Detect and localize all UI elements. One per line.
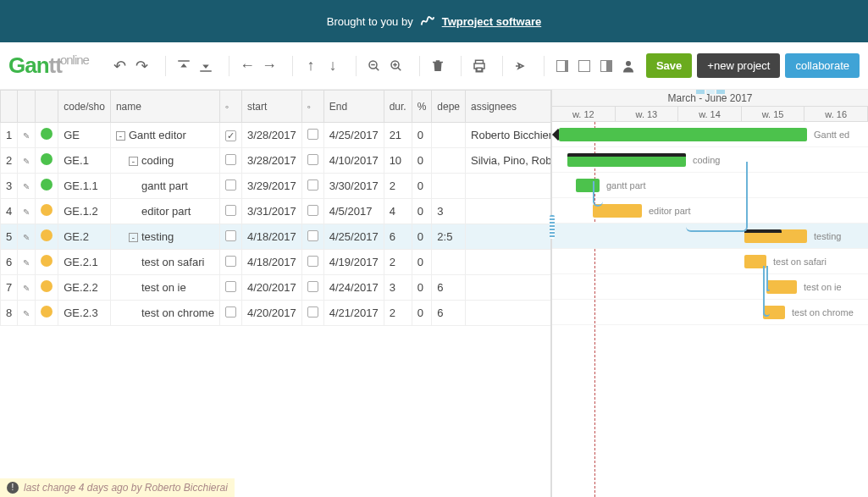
edit-icon[interactable]: ✎ [18,199,36,224]
task-code[interactable]: GE.1.2 [58,199,111,224]
task-row[interactable]: 1✎GE-Gantt editor✓3/28/20174/25/2017210R… [1,123,553,148]
col-end-ms[interactable]: ◦ [301,91,323,123]
progress-pct[interactable]: 0 [412,199,432,224]
duration[interactable]: 21 [384,123,412,148]
task-row[interactable]: 7✎GE.2.2test on ie4/20/20174/24/2017306 [1,275,553,301]
twproject-link[interactable]: Twproject software [442,15,542,28]
duration[interactable]: 2 [384,250,412,275]
gantt-row[interactable]: coding [552,147,868,173]
gantt-row[interactable]: test on chrome [552,300,868,325]
start-date[interactable]: 3/28/2017 [241,123,301,148]
milestone-checkbox[interactable] [307,179,318,191]
progress-pct[interactable]: 0 [412,148,432,174]
start-date[interactable]: 4/18/2017 [241,224,301,250]
task-row[interactable]: 3✎GE.1.1gantt part3/29/20173/30/201720 [1,174,553,199]
edit-icon[interactable]: ✎ [18,250,36,275]
milestone-checkbox[interactable]: ✓ [225,130,236,141]
gantt-row[interactable]: test on safari [552,249,868,274]
edit-icon[interactable]: ✎ [18,148,36,174]
dependencies[interactable]: 2:5 [432,224,466,250]
milestone-checkbox[interactable] [225,256,236,267]
print-icon[interactable] [470,56,489,76]
start-date[interactable]: 3/29/2017 [241,174,301,199]
progress-pct[interactable]: 0 [412,174,432,199]
milestone-checkbox[interactable] [225,179,236,191]
undo-icon[interactable]: ↶ [111,56,130,76]
gantt-body[interactable]: Gantt edcodinggantt parteditor parttesti… [552,122,868,497]
zoom-out-icon[interactable] [365,56,384,76]
move-up-icon[interactable]: ↑ [301,56,320,76]
duration[interactable]: 2 [384,174,412,199]
duration[interactable]: 6 [384,224,412,250]
zoom-in-icon[interactable] [387,56,406,76]
milestone-checkbox[interactable] [307,281,318,292]
task-row[interactable]: 5✎GE.2-testing4/18/20174/25/2017602:5 [1,224,553,250]
start-date[interactable]: 4/20/2017 [241,275,301,301]
duration[interactable]: 3 [384,275,412,301]
gantt-row[interactable]: editor part [552,198,868,224]
progress-pct[interactable]: 0 [412,224,432,250]
gantt-bar[interactable]: testing [744,229,807,243]
layout-left-icon[interactable] [575,56,594,76]
expand-toggle[interactable]: - [129,233,138,242]
save-button[interactable]: Save [646,53,692,78]
end-date[interactable]: 4/10/2017 [323,148,384,174]
indent-icon[interactable]: → [260,56,279,76]
start-date[interactable]: 3/31/2017 [241,199,301,224]
status-dot[interactable] [36,275,58,301]
gantt-bar[interactable]: editor part [593,204,642,218]
gantt-row[interactable]: testing [552,224,868,249]
layout-right-icon[interactable] [597,56,616,76]
gantt-bar[interactable]: test on ie [766,280,797,294]
milestone-checkbox[interactable] [225,154,236,165]
start-date[interactable]: 3/28/2017 [241,148,301,174]
assignees[interactable] [466,275,552,301]
dependencies[interactable] [432,174,466,199]
milestone-checkbox[interactable] [307,129,318,140]
task-name[interactable]: -coding [110,148,219,174]
assignees[interactable]: Roberto Bicchierai [466,123,552,148]
insert-above-icon[interactable] [174,56,193,76]
task-code[interactable]: GE.2 [58,224,111,250]
dependencies[interactable] [432,250,466,275]
milestone-checkbox[interactable] [225,205,236,216]
col-start-ms[interactable]: ◦ [219,91,241,123]
task-name[interactable]: -Gantt editor [110,123,219,148]
edit-icon[interactable]: ✎ [18,174,36,199]
col-pct[interactable]: % [412,91,432,123]
status-dot[interactable] [36,224,58,250]
duration[interactable]: 2 [384,301,412,326]
dependencies[interactable] [432,148,466,174]
dependencies[interactable]: 6 [432,301,466,326]
end-date[interactable]: 4/21/2017 [323,301,384,326]
panel-collapse-handle[interactable] [696,90,725,94]
dependencies[interactable] [432,123,466,148]
task-code[interactable]: GE.2.3 [58,301,111,326]
move-down-icon[interactable]: ↓ [323,56,342,76]
status-dot[interactable] [36,199,58,224]
progress-pct[interactable]: 0 [412,123,432,148]
col-start[interactable]: start [241,91,301,123]
progress-pct[interactable]: 0 [412,275,432,301]
gantt-bar[interactable]: gantt part [576,179,600,192]
gantt-bar[interactable]: coding [567,153,686,167]
resources-icon[interactable] [619,56,638,76]
end-date[interactable]: 4/19/2017 [323,250,384,275]
status-dot[interactable] [36,301,58,326]
task-code[interactable]: GE.1 [58,148,111,174]
new-project-button[interactable]: +new project [697,53,780,78]
assignees[interactable] [466,224,552,250]
col-name[interactable]: name [110,91,219,123]
splitter-handle[interactable] [550,215,555,239]
task-code[interactable]: GE.2.1 [58,250,111,275]
milestone-checkbox[interactable] [225,281,236,292]
milestone-checkbox[interactable] [307,154,318,165]
milestone-checkbox[interactable] [307,205,318,216]
col-dur[interactable]: dur. [384,91,412,123]
redo-icon[interactable]: ↷ [133,56,152,76]
end-date[interactable]: 4/25/2017 [323,224,384,250]
progress-pct[interactable]: 0 [412,301,432,326]
task-row[interactable]: 4✎GE.1.2editor part3/31/20174/5/2017403 [1,199,553,224]
assignees[interactable]: Silvia, Pino, Robert [466,148,552,174]
outdent-icon[interactable]: ← [238,56,257,76]
